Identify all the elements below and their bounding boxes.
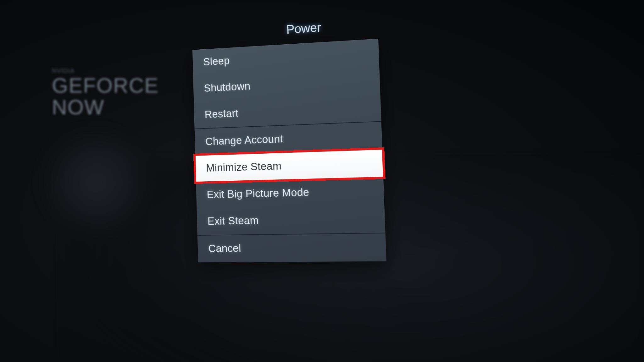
menu-item-label: Exit Big Picture Mode	[207, 186, 309, 200]
menu-item-exit-steam[interactable]: Exit Steam	[197, 205, 385, 235]
brand-line-2: NOW	[52, 96, 159, 118]
menu-item-label: Change Account	[205, 133, 283, 147]
menu-item-exit-big-picture[interactable]: Exit Big Picture Mode	[196, 177, 384, 209]
menu-item-cancel[interactable]: Cancel	[197, 233, 386, 262]
brand-line-1: GEFORCE	[52, 75, 159, 96]
menu-item-label: Restart	[204, 107, 238, 120]
menu-item-label: Sleep	[203, 55, 230, 68]
power-menu-panel: Sleep Shutdown Restart Change Account Mi…	[192, 39, 386, 262]
background-brand-text: NVIDIA GEFORCE NOW	[52, 68, 159, 118]
power-menu-wrapper: Power Sleep Shutdown Restart Change Acco…	[192, 17, 386, 262]
power-menu-section-2: Change Account Minimize Steam Exit Big P…	[195, 121, 386, 235]
menu-item-label: Shutdown	[204, 80, 251, 94]
power-menu-section-1: Sleep Shutdown Restart	[192, 39, 381, 129]
menu-item-label: Cancel	[208, 242, 241, 255]
menu-item-label: Minimize Steam	[206, 160, 282, 174]
menu-item-label: Exit Steam	[208, 214, 259, 227]
brand-tagline: NVIDIA	[52, 68, 159, 74]
power-menu-section-3: Cancel	[197, 233, 386, 262]
